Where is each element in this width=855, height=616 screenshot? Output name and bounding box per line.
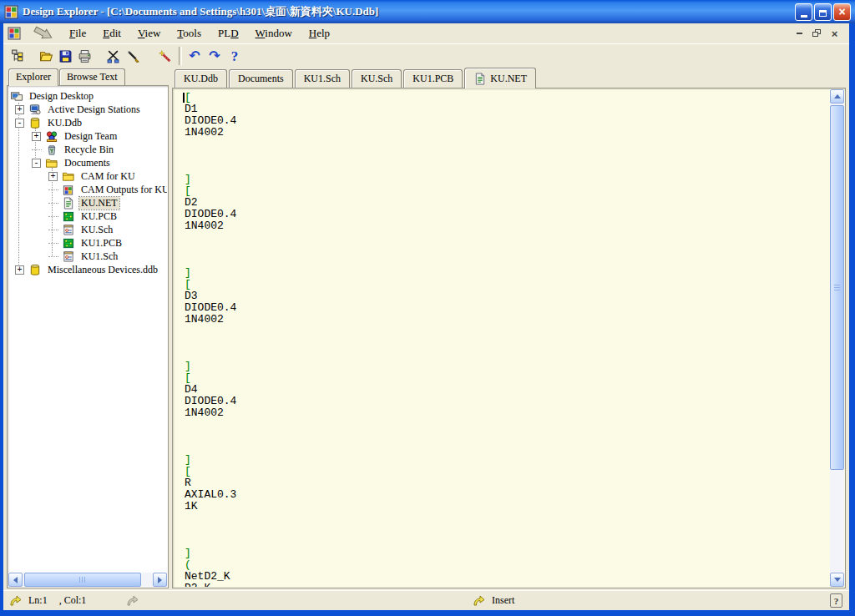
mdi-restore-button[interactable] — [810, 28, 824, 40]
editor-vertical-scrollbar[interactable] — [830, 89, 844, 587]
cut-icon[interactable] — [104, 47, 122, 65]
chevron-left-icon — [13, 577, 18, 583]
doc-tab-ku-ddb[interactable]: KU.Ddb — [175, 69, 227, 88]
tree-item-ku-pcb[interactable]: KU.PCB — [8, 210, 167, 223]
document-system-menu-icon[interactable] — [8, 27, 21, 40]
editor-line — [185, 255, 829, 267]
project-tree-box: Design Desktop+Active Design Stations-KU… — [7, 85, 169, 588]
menu-window[interactable]: Window — [247, 25, 301, 42]
scroll-down-button[interactable] — [830, 573, 844, 587]
minimize-icon — [801, 15, 807, 18]
menu-bar: FileEditViewToolsPLDWindowHelp × — [3, 23, 849, 43]
menu-help[interactable]: Help — [301, 25, 338, 42]
doc-tab-label: Documents — [238, 73, 284, 85]
tree-item-ku-sch[interactable]: KU.Sch — [8, 223, 167, 236]
project-tree: Design Desktop+Active Design Stations-KU… — [8, 87, 167, 573]
help-icon[interactable]: ? — [225, 47, 244, 65]
doc-tab-label: KU.Sch — [361, 73, 392, 85]
tree-item-design-team[interactable]: +Design Team — [8, 129, 167, 143]
team-icon — [45, 129, 59, 143]
editor-line — [185, 524, 829, 536]
tree-item-documents[interactable]: -Documents — [8, 156, 167, 169]
editor-line: 1N4002 — [185, 314, 829, 326]
editor-line — [185, 232, 829, 244]
editor: [D1DIODE0.41N4002][D2DIODE0.41N4002][D3D… — [172, 88, 846, 588]
editor-line: D1 — [185, 104, 829, 115]
tree-item-ku-ddb[interactable]: -KU.Ddb — [8, 116, 167, 129]
editor-line — [185, 431, 829, 442]
tree-item-recycle-bin[interactable]: Recycle Bin — [8, 143, 167, 156]
editor-line: 1N4002 — [185, 220, 829, 232]
tab-browse-text[interactable]: Browse Text — [59, 68, 125, 85]
horizontal-scroll-thumb[interactable] — [24, 573, 141, 587]
menu-tools[interactable]: Tools — [169, 25, 210, 42]
mdi-close-button[interactable]: × — [827, 28, 842, 40]
title-bar[interactable]: Design Explorer - [C:\Documents and Sett… — [0, 0, 855, 23]
tree-item-miscellaneous-devices-ddb[interactable]: +Miscellaneous Devices.ddb — [8, 263, 167, 276]
mdi-minimize-button[interactable] — [792, 28, 807, 40]
redo-icon[interactable]: ↷ — [205, 47, 224, 65]
editor-line: D4 — [185, 384, 829, 396]
collapse-icon[interactable]: - — [32, 159, 41, 168]
design-manager-toggle-icon[interactable] — [8, 47, 27, 65]
database-icon — [28, 116, 43, 129]
scroll-left-button[interactable] — [8, 573, 23, 587]
sch-icon — [62, 250, 76, 263]
expand-icon[interactable]: + — [15, 105, 24, 114]
editor-line — [185, 162, 829, 174]
doc-tab-ku1-sch[interactable]: KU1.Sch — [295, 69, 350, 88]
tree-item-ku-net[interactable]: KU.NET — [8, 196, 167, 210]
copy-icon[interactable] — [124, 47, 142, 65]
spell-wand-icon[interactable] — [155, 47, 174, 65]
doc-tab-ku-net[interactable]: KU.NET — [464, 68, 536, 88]
close-button[interactable]: × — [833, 3, 851, 21]
status-arrow-disabled-icon — [126, 595, 139, 606]
tree-item-label: Miscellaneous Devices.ddb — [46, 264, 159, 276]
minimize-button[interactable] — [795, 3, 812, 21]
app-logo-icon[interactable] — [4, 5, 18, 19]
maximize-icon — [819, 10, 827, 17]
tree-item-active-design-stations[interactable]: +Active Design Stations — [8, 103, 167, 116]
editor-line — [185, 536, 829, 548]
explorer-panel: ExplorerBrowse Text Design Desktop+Activ… — [7, 68, 169, 588]
open-document-icon[interactable] — [37, 47, 55, 65]
tree-item-ku1-pcb[interactable]: KU1.PCB — [8, 236, 167, 250]
menu-pld[interactable]: PLD — [210, 25, 247, 42]
expand-icon[interactable]: + — [15, 265, 24, 275]
tree-item-design-desktop[interactable]: Design Desktop — [8, 89, 167, 103]
tree-item-cam-for-ku[interactable]: +CAM for KU — [8, 169, 167, 183]
vertical-scroll-thumb[interactable] — [830, 105, 844, 470]
save-document-icon[interactable] — [56, 47, 74, 65]
netdoc-icon — [62, 196, 76, 210]
expand-icon[interactable]: + — [32, 132, 41, 141]
editor-line — [185, 512, 829, 524]
insert-mode-indicator: Insert — [473, 594, 514, 607]
print-icon[interactable] — [75, 47, 94, 65]
tree-connector — [32, 149, 42, 150]
tree-horizontal-scrollbar[interactable] — [8, 573, 167, 587]
menu-edit[interactable]: Edit — [94, 25, 129, 42]
explorer-panel-tabs: ExplorerBrowse Text — [7, 68, 169, 85]
tree-connector — [48, 216, 58, 217]
doc-tab-ku1-pcb[interactable]: KU1.PCB — [403, 69, 463, 88]
tab-explorer[interactable]: Explorer — [8, 68, 58, 86]
tree-item-ku1-sch[interactable]: KU1.Sch — [8, 250, 167, 263]
menu-view[interactable]: View — [129, 25, 169, 42]
sch-icon — [62, 223, 76, 236]
doc-tab-documents[interactable]: Documents — [229, 69, 293, 88]
folder-icon — [62, 169, 76, 183]
editor-line — [185, 337, 829, 349]
tree-item-cam-outputs-for-ku[interactable]: CAM Outputs for KU — [8, 183, 167, 196]
maximize-button[interactable] — [814, 3, 832, 21]
text-editor[interactable]: [D1DIODE0.41N4002][D2DIODE0.41N4002][D3D… — [174, 89, 829, 587]
menu-file[interactable]: File — [61, 25, 94, 42]
status-help-icon[interactable]: ? — [830, 593, 842, 608]
doc-tab-ku-sch[interactable]: KU.Sch — [352, 69, 402, 88]
undo-icon[interactable]: ↶ — [185, 47, 204, 65]
scroll-right-button[interactable] — [153, 573, 167, 587]
editor-line: AXIAL0.3 — [185, 489, 829, 501]
collapse-icon[interactable]: - — [15, 119, 24, 128]
expand-icon[interactable]: + — [48, 172, 58, 181]
editor-line: DIODE0.4 — [185, 209, 829, 220]
scroll-up-button[interactable] — [830, 89, 844, 104]
